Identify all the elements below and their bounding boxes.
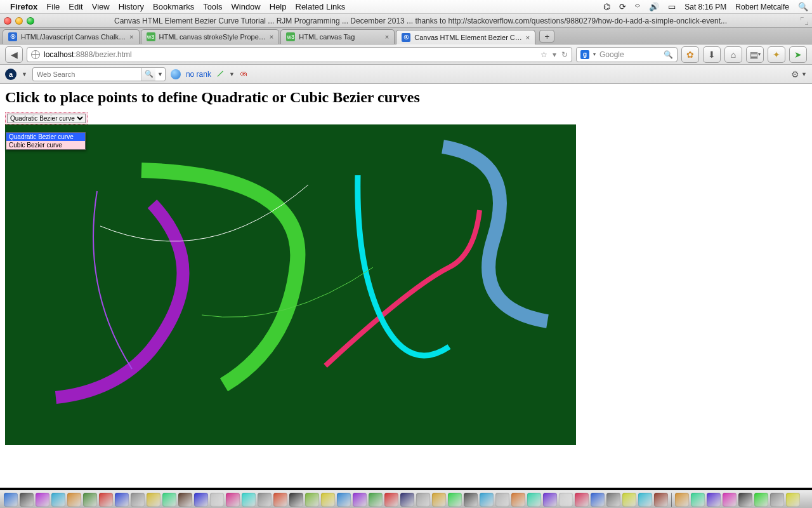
toolbar-btn-3[interactable]: ➤ — [789, 46, 807, 63]
dropdown-icon[interactable]: ▼ — [229, 71, 235, 77]
option-quadratic[interactable]: Quadratic Bezier curve — [6, 133, 85, 141]
menu-file[interactable]: File — [46, 2, 60, 11]
dock-app[interactable] — [543, 493, 557, 507]
search-field[interactable]: g ▾ Google 🔍 — [576, 47, 678, 62]
dock-app[interactable] — [99, 493, 113, 507]
timemachine-icon[interactable]: ⟳ — [619, 2, 626, 11]
dropdown-icon[interactable]: ▼ — [22, 71, 27, 77]
tab-1[interactable]: ⦿ HTML/Javascript Canvas Chalk… × — [3, 29, 140, 44]
dock-app[interactable] — [559, 493, 573, 507]
swirl-icon[interactable]: ෧ — [240, 69, 249, 79]
dock-app[interactable] — [675, 493, 689, 507]
menu-help[interactable]: Help — [270, 2, 287, 11]
dock-app[interactable] — [226, 493, 240, 507]
ask-search-field[interactable]: 🔍 ▼ — [32, 67, 166, 81]
tab-close-icon[interactable]: × — [526, 34, 530, 41]
tab-close-icon[interactable]: × — [385, 33, 389, 41]
fullscreen-icon[interactable] — [801, 17, 808, 25]
dock-app[interactable] — [258, 493, 272, 507]
dock-app[interactable] — [353, 493, 367, 507]
dock-app[interactable] — [83, 493, 97, 507]
dock-app[interactable] — [51, 493, 65, 507]
dock-app[interactable] — [495, 493, 509, 507]
dock-app[interactable] — [147, 493, 160, 507]
dock-app[interactable] — [194, 493, 208, 507]
dock-app[interactable] — [36, 493, 49, 507]
dock-app[interactable] — [242, 493, 256, 507]
dock-app[interactable] — [754, 493, 768, 507]
bluetooth-icon[interactable]: ⌬ — [603, 2, 610, 11]
dock-app[interactable] — [416, 493, 430, 507]
bookmarks-button[interactable]: ▤▾ — [746, 46, 764, 63]
dock-app[interactable] — [321, 493, 335, 507]
dropdown-icon[interactable]: ▼ — [155, 71, 165, 77]
window-zoom-button[interactable] — [27, 17, 34, 25]
dock-app[interactable] — [432, 493, 446, 507]
rank-globe-icon[interactable] — [171, 69, 181, 79]
dock-app[interactable] — [591, 493, 605, 507]
menu-related-links[interactable]: Related Links — [296, 2, 346, 11]
dock-app[interactable] — [131, 493, 145, 507]
volume-icon[interactable]: 🔊 — [649, 2, 659, 11]
dock-app[interactable] — [691, 493, 705, 507]
tab-3[interactable]: w3 HTML canvas Tag × — [280, 29, 395, 44]
option-cubic[interactable]: Cubic Bezier curve — [6, 141, 85, 149]
dock-app[interactable] — [20, 493, 34, 507]
menu-tools[interactable]: Tools — [203, 2, 222, 11]
dock-app[interactable] — [448, 493, 462, 507]
settings-gear-icon[interactable]: ⚙▼ — [791, 69, 807, 79]
dropdown-icon[interactable]: ▾ — [553, 50, 556, 59]
dock-app[interactable] — [289, 493, 303, 507]
window-minimize-button[interactable] — [15, 17, 23, 25]
dock-app[interactable] — [654, 493, 668, 507]
toolbar-btn-2[interactable]: ✦ — [768, 46, 785, 63]
back-button[interactable]: ◀ — [5, 46, 23, 63]
menu-bookmarks[interactable]: Bookmarks — [153, 2, 194, 11]
dock-app[interactable] — [210, 493, 224, 507]
wifi-icon[interactable]: ⌔ — [635, 2, 640, 11]
menu-view[interactable]: View — [92, 2, 110, 11]
search-icon[interactable]: 🔍 — [664, 50, 673, 59]
menu-history[interactable]: History — [119, 2, 144, 11]
toolbar-btn-1[interactable]: ✿ — [681, 46, 699, 63]
bezier-type-select[interactable]: Quadratic Bezier curve — [7, 114, 86, 123]
dock-app[interactable] — [480, 493, 494, 507]
bezier-canvas[interactable] — [5, 124, 576, 445]
dock-app[interactable] — [400, 493, 414, 507]
dock-app[interactable] — [738, 493, 752, 507]
tab-4-active[interactable]: ⦿ Canvas HTML Element Bezier C… × — [396, 30, 535, 44]
dock-app[interactable] — [511, 493, 525, 507]
menu-edit[interactable]: Edit — [69, 2, 82, 11]
ask-search-input[interactable] — [33, 70, 141, 78]
dock-app[interactable] — [464, 493, 478, 507]
menu-window[interactable]: Window — [232, 2, 261, 11]
tab-close-icon[interactable]: × — [129, 33, 133, 41]
dock-app[interactable] — [575, 493, 589, 507]
spotlight-icon[interactable]: 🔍 — [798, 2, 808, 11]
home-button[interactable]: ⌂ — [724, 46, 742, 63]
dock-app[interactable] — [337, 493, 351, 507]
window-close-button[interactable] — [4, 17, 11, 25]
dock-app[interactable] — [305, 493, 319, 507]
dock-app[interactable] — [4, 493, 18, 507]
tab-close-icon[interactable]: × — [270, 33, 273, 41]
dock-app[interactable] — [622, 493, 636, 507]
dock-app[interactable] — [384, 493, 398, 507]
dock-app[interactable] — [770, 493, 784, 507]
dock-app[interactable] — [162, 493, 176, 507]
dock-app[interactable] — [178, 493, 192, 507]
menubar-clock[interactable]: Sat 8:16 PM — [684, 3, 726, 11]
reload-icon[interactable]: ↻ — [561, 50, 568, 59]
battery-icon[interactable]: ▭ — [668, 2, 676, 11]
menubar-user[interactable]: Robert Metcalfe — [735, 3, 789, 11]
dock-app[interactable] — [606, 493, 620, 507]
dock-app[interactable] — [115, 493, 129, 507]
dock-app[interactable] — [369, 493, 383, 507]
dock-app[interactable] — [273, 493, 287, 507]
dock-app[interactable] — [786, 493, 800, 507]
url-bar[interactable]: localhost:8888/bezier.html ☆ ▾ ↻ — [27, 47, 572, 62]
dock-app[interactable] — [67, 493, 81, 507]
app-name[interactable]: Firefox — [10, 2, 37, 11]
bookmark-star-icon[interactable]: ☆ — [540, 50, 547, 59]
highlighter-icon[interactable]: 〡 — [214, 67, 227, 81]
